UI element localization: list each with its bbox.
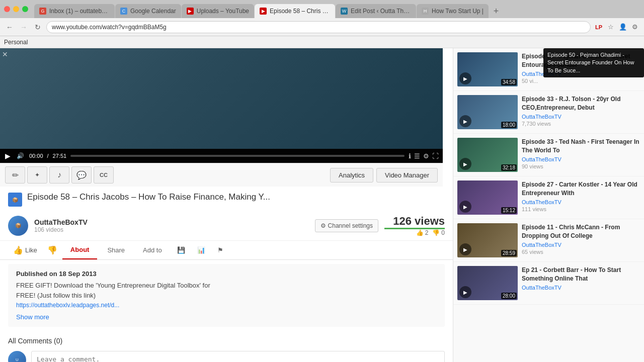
tab-uploads[interactable]: ▶ Uploads – YouTube bbox=[182, 4, 254, 18]
rel-channel-2: OuttaTheBoxTV bbox=[522, 156, 640, 162]
settings-icon[interactable]: ⚙ bbox=[423, 152, 429, 160]
related-video-5[interactable]: 28:00 ▶ Ep 21 - Corbett Barr - How To St… bbox=[453, 262, 644, 305]
fullscreen-icon[interactable]: ⛶ bbox=[432, 152, 439, 160]
channel-settings-label: Channel settings bbox=[328, 222, 373, 229]
tab-add-to[interactable]: Add to bbox=[135, 241, 170, 259]
volume-button[interactable]: 🔊 bbox=[16, 151, 25, 160]
video-meta-4: Episode 11 - Chris McCann - From Droppin… bbox=[522, 223, 640, 257]
video-ctrl-icons: ℹ ☰ ⚙ ⛶ bbox=[409, 152, 439, 160]
chrome-menu-icon[interactable]: ⚙ bbox=[630, 22, 640, 32]
url-bar[interactable]: www.youtube.com/watch?v=gqdmBBaM5g bbox=[46, 21, 591, 33]
rel-views-1: 7,730 views bbox=[522, 121, 640, 127]
video-meta-1: Episode 33 - R.J. Tolson - 20yr Old CEO,… bbox=[522, 95, 640, 129]
tab-save-icon[interactable]: 💾 bbox=[172, 242, 190, 258]
tab-calendar-label: Google Calendar bbox=[130, 8, 176, 15]
edit-pencil-button[interactable]: ✏ bbox=[5, 166, 25, 184]
rel-views-0: 50 vi... bbox=[522, 78, 640, 84]
video-meta-3: Episode 27 - Carter Kostler - 14 Year Ol… bbox=[522, 180, 640, 215]
video-info: 📦 Episode 58 – Chris Jacobs – How To Rai… bbox=[0, 187, 453, 207]
video-manager-button[interactable]: Video Manager bbox=[376, 168, 438, 183]
channel-name[interactable]: OuttaTheBoxTV bbox=[34, 218, 309, 226]
commenter-avatar: U bbox=[8, 351, 26, 363]
video-thumb-2: 32:18 ▶ bbox=[457, 138, 518, 172]
bookmark-personal[interactable]: Personal bbox=[4, 39, 28, 46]
thumb-duration-4: 28:59 bbox=[501, 250, 517, 256]
related-video-2[interactable]: 32:18 ▶ Episode 33 - Ted Nash - First Te… bbox=[453, 134, 644, 176]
publish-date: Published on 18 Sep 2013 bbox=[16, 270, 437, 278]
tab-uploads-label: Uploads – YouTube bbox=[197, 8, 249, 15]
uploads-favicon: ▶ bbox=[187, 8, 194, 15]
description-section: Published on 18 Sep 2013 FREE GIFT! Down… bbox=[8, 264, 445, 327]
show-more-button[interactable]: Show more bbox=[16, 313, 49, 321]
tab-stats-icon[interactable]: 📊 bbox=[192, 242, 210, 258]
video-frame[interactable]: ✕ bbox=[0, 48, 443, 149]
rel-views-4: 65 views bbox=[522, 249, 640, 255]
edit-cards-button[interactable]: 💬 bbox=[71, 166, 92, 184]
video-close-icon[interactable]: ✕ bbox=[2, 50, 8, 58]
forward-button[interactable]: → bbox=[18, 22, 29, 33]
dislike-thumb-icon: 👎 bbox=[47, 246, 57, 254]
rel-channel-1: OuttaTheBoxTV bbox=[522, 114, 640, 120]
related-video-0[interactable]: 34:58 ▶ Episode 50 - Pejman Ghadimi - Se… bbox=[453, 48, 644, 91]
channel-avatar[interactable]: 📦 bbox=[8, 216, 28, 236]
minimize-button[interactable] bbox=[13, 6, 19, 12]
page-content: ✕ ▶ 🔊 00:00 / 27:51 ℹ ☰ ⚙ ⛶ bbox=[0, 48, 644, 362]
tab-howto-label: How Two Start Up | bbox=[432, 8, 484, 15]
analytics-button[interactable]: Analytics bbox=[330, 168, 373, 183]
tab-inbox[interactable]: G Inbox (1) – outtatebox... bbox=[34, 4, 115, 18]
like-thumb-icon: 👍 bbox=[13, 245, 23, 255]
likes-number: 2 bbox=[425, 229, 429, 236]
video-thumb-0: 34:58 ▶ bbox=[457, 52, 518, 86]
maximize-button[interactable] bbox=[22, 6, 28, 12]
like-button[interactable]: 👍 Like bbox=[8, 241, 42, 259]
dislikes-number: 0 bbox=[441, 229, 445, 236]
new-tab-button[interactable]: + bbox=[489, 4, 503, 18]
rel-title-4: Episode 11 - Chris McCann - From Droppin… bbox=[522, 223, 640, 240]
back-button[interactable]: ← bbox=[4, 22, 15, 33]
tooltip-overlay: Episode 50 - Pejman Ghadimi - Secret Ent… bbox=[543, 48, 644, 77]
playlist-icon[interactable]: ☰ bbox=[414, 152, 420, 160]
views-section: 126 views 👍 2 👎 0 bbox=[384, 215, 445, 236]
dislike-button[interactable]: 👎 bbox=[44, 241, 60, 259]
like-label: Like bbox=[25, 246, 37, 254]
edit-captions-button[interactable]: CC bbox=[94, 166, 114, 184]
video-title: Episode 58 – Chris Jacobs – How To Raise… bbox=[27, 192, 270, 203]
desc-link[interactable]: https://outtatheboxlv.leadpages.net/d... bbox=[16, 302, 119, 309]
bookmarks-bar: Personal bbox=[0, 36, 644, 48]
rel-channel-4: OuttaTheBoxTV bbox=[522, 242, 640, 248]
editor-bar: ✏ ✦ ♪ 💬 CC Analytics Video Manager bbox=[0, 163, 443, 187]
tab-about[interactable]: About bbox=[62, 241, 98, 259]
play-button[interactable]: ▶ bbox=[4, 151, 12, 161]
tab-episode58-label: Episode 58 – Chris Jaco... bbox=[270, 8, 330, 15]
tab-flag-icon[interactable]: ⚑ bbox=[212, 242, 228, 258]
related-video-1[interactable]: 18:00 ▶ Episode 33 - R.J. Tolson - 20yr … bbox=[453, 91, 644, 134]
video-thumb-1: 18:00 ▶ bbox=[457, 95, 518, 129]
window-controls bbox=[0, 3, 32, 15]
edit-enhance-button[interactable]: ✦ bbox=[27, 166, 47, 184]
right-panel: 34:58 ▶ Episode 50 - Pejman Ghadimi - Se… bbox=[453, 48, 644, 362]
episode58-favicon: ▶ bbox=[260, 8, 267, 15]
tab-calendar[interactable]: C Google Calendar bbox=[115, 4, 181, 18]
tab-editpost-label: Edit Post ‹ Outta The Bo... bbox=[351, 8, 411, 15]
progress-bar[interactable] bbox=[70, 155, 405, 157]
edit-audio-button[interactable]: ♪ bbox=[49, 166, 69, 184]
video-thumb-5: 28:00 ▶ bbox=[457, 266, 518, 300]
info-icon[interactable]: ℹ bbox=[409, 152, 411, 160]
tab-share[interactable]: Share bbox=[99, 241, 133, 259]
likes-row: 👍 2 👎 0 bbox=[384, 229, 445, 236]
lastpass-icon[interactable]: LP bbox=[594, 22, 604, 32]
reload-button[interactable]: ↻ bbox=[32, 22, 43, 33]
profile-icon[interactable]: 👤 bbox=[618, 22, 628, 32]
tab-episode58[interactable]: ▶ Episode 58 – Chris Jaco... bbox=[255, 4, 335, 18]
close-button[interactable] bbox=[4, 6, 10, 12]
star-icon[interactable]: ☆ bbox=[606, 22, 616, 32]
related-video-3[interactable]: 15:12 ▶ Episode 27 - Carter Kostler - 14… bbox=[453, 176, 644, 219]
rel-channel-3: OuttaTheBoxTV bbox=[522, 199, 640, 205]
related-video-4[interactable]: 28:59 ▶ Episode 11 - Chris McCann - From… bbox=[453, 219, 644, 262]
channel-settings-button[interactable]: ⚙ Channel settings bbox=[315, 219, 378, 232]
tab-howto[interactable]: H How Two Start Up | bbox=[417, 4, 489, 18]
tab-editpost[interactable]: W Edit Post ‹ Outta The Bo... bbox=[336, 4, 416, 18]
comment-input[interactable] bbox=[31, 351, 445, 363]
comment-input-row: U bbox=[8, 351, 445, 363]
thumb-duration-0: 34:58 bbox=[501, 79, 517, 85]
